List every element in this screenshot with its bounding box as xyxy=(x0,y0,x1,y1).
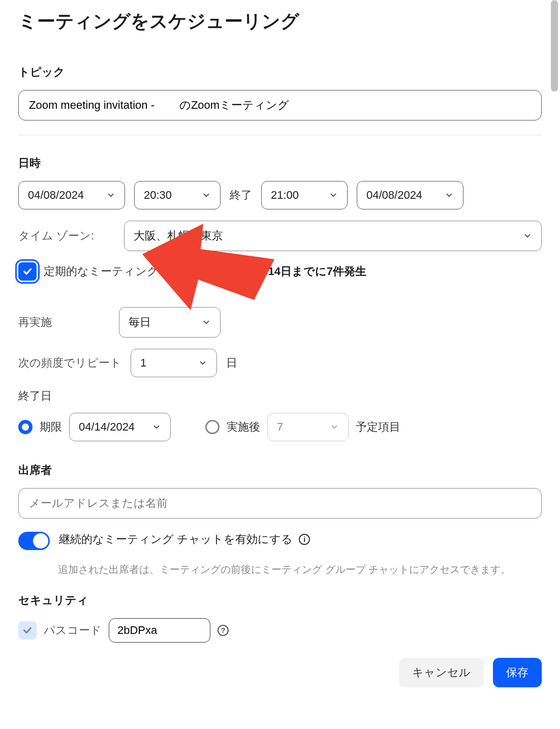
timezone-select[interactable]: 大阪、札幌、東京 xyxy=(124,221,542,251)
frequency-label: 次の頻度でリピート xyxy=(18,355,121,371)
repeat-label: 再実施 xyxy=(18,315,110,330)
start-date-value: 04/08/2024 xyxy=(28,189,84,202)
end-by-date-label: 期限 xyxy=(40,419,62,435)
chat-description: 追加された出席者は、ミーティングの前後にミーティング グループ チャットにアクセ… xyxy=(58,561,542,578)
frequency-unit: 日 xyxy=(226,355,237,371)
scrollbar-thumb[interactable] xyxy=(551,0,558,92)
start-time-value: 20:30 xyxy=(144,189,172,202)
check-icon xyxy=(22,625,33,636)
chevron-down-icon xyxy=(202,191,211,200)
recurring-checkbox[interactable] xyxy=(18,262,37,281)
passcode-label: パスコード xyxy=(44,623,102,638)
recurring-label: 定期的なミーティング xyxy=(44,264,159,279)
end-section-label: 終了日 xyxy=(18,388,542,404)
info-icon[interactable]: i xyxy=(299,534,310,545)
topic-input[interactable] xyxy=(18,90,542,120)
divider xyxy=(18,135,542,135)
passcode-input[interactable] xyxy=(109,618,210,643)
end-date-picker[interactable]: 04/14/2024 xyxy=(69,413,171,441)
chevron-down-icon xyxy=(198,358,207,368)
recurring-summary: 毎日, 2024年4月14日までに7件発生 xyxy=(186,264,366,279)
end-date-picker-value: 04/14/2024 xyxy=(79,420,135,434)
topic-label: トピック xyxy=(18,65,542,80)
frequency-value: 1 xyxy=(140,356,146,370)
end-after-label: 実施後 xyxy=(227,419,260,435)
attendees-input[interactable] xyxy=(18,488,542,519)
end-label: 終了 xyxy=(230,188,252,203)
start-time-select[interactable]: 20:30 xyxy=(134,181,221,209)
repeat-value: 毎日 xyxy=(129,315,151,330)
end-after-radio[interactable] xyxy=(205,420,220,434)
frequency-select[interactable]: 1 xyxy=(131,349,217,377)
end-time-value: 21:00 xyxy=(271,189,299,202)
repeat-select[interactable]: 毎日 xyxy=(119,307,221,338)
page-title: ミーティングをスケジューリング xyxy=(18,9,542,34)
help-icon[interactable]: ? xyxy=(217,625,229,636)
chevron-down-icon xyxy=(523,231,532,240)
start-date-select[interactable]: 04/08/2024 xyxy=(18,181,125,209)
check-icon xyxy=(22,266,33,277)
scrollbar[interactable] xyxy=(551,0,558,697)
end-date-select[interactable]: 04/08/2024 xyxy=(357,181,463,209)
security-label: セキュリティ xyxy=(18,593,542,608)
chevron-down-icon xyxy=(445,191,454,200)
chevron-down-icon xyxy=(329,191,338,200)
cancel-button[interactable]: キャンセル xyxy=(399,658,484,687)
chat-toggle-label: 継続的なミーティング チャットを有効にする xyxy=(59,532,293,547)
chevron-down-icon xyxy=(202,318,211,327)
occurrences-select[interactable]: 7 xyxy=(267,413,349,441)
chevron-down-icon xyxy=(106,191,115,200)
passcode-checkbox[interactable] xyxy=(18,621,37,640)
attendees-label: 出席者 xyxy=(18,463,542,478)
timezone-value: 大阪、札幌、東京 xyxy=(134,228,223,244)
save-button[interactable]: 保存 xyxy=(493,658,542,687)
end-time-select[interactable]: 21:00 xyxy=(261,181,348,209)
end-by-date-radio[interactable] xyxy=(18,420,33,434)
chevron-down-icon xyxy=(152,422,161,432)
occurrences-value: 7 xyxy=(277,420,283,434)
datetime-label: 日時 xyxy=(18,156,542,171)
timezone-label: タイム ゾーン: xyxy=(18,228,115,244)
end-date-value: 04/08/2024 xyxy=(366,189,422,202)
chat-toggle[interactable] xyxy=(18,532,50,550)
occurrences-unit: 予定項目 xyxy=(356,419,400,435)
chevron-down-icon xyxy=(330,422,339,432)
